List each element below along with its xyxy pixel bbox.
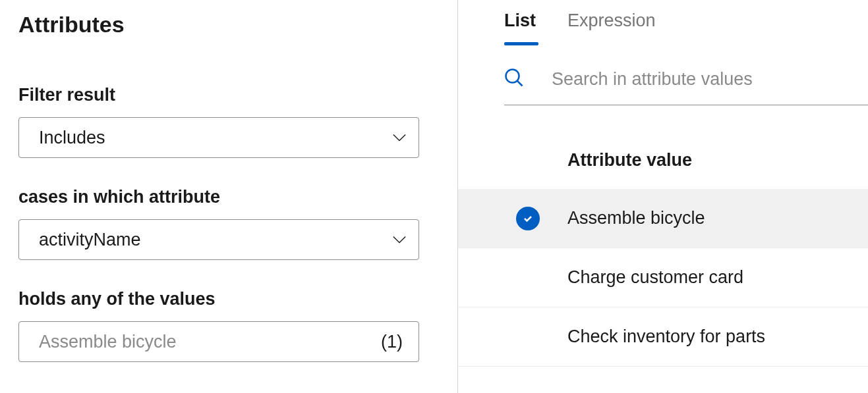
- value-row[interactable]: Check inventory for parts: [458, 307, 868, 367]
- holds-values-label: holds any of the values: [18, 289, 439, 309]
- holds-values-text: Assemble bicycle: [39, 332, 177, 352]
- holds-values-count: (1): [381, 332, 403, 352]
- chevron-down-icon: [392, 232, 407, 247]
- tabs: List Expression: [458, 11, 868, 45]
- chevron-down-icon: [392, 130, 407, 145]
- cases-attribute-label: cases in which attribute: [18, 187, 439, 207]
- filter-result-label: Filter result: [18, 85, 439, 105]
- filter-result-group: Filter result Includes: [18, 85, 439, 158]
- filter-result-dropdown[interactable]: Includes: [18, 117, 419, 158]
- value-text: Charge customer card: [567, 267, 743, 288]
- value-row[interactable]: Charge customer card: [458, 248, 868, 307]
- cases-attribute-group: cases in which attribute activityName: [18, 187, 439, 260]
- check-icon: [516, 207, 540, 230]
- svg-point-0: [506, 70, 519, 83]
- value-text: Check inventory for parts: [567, 327, 765, 347]
- tab-list[interactable]: List: [504, 11, 536, 45]
- tab-expression[interactable]: Expression: [567, 11, 656, 45]
- search-icon: [504, 68, 524, 90]
- value-list: Assemble bicycle Charge customer card Ch…: [458, 189, 868, 367]
- holds-values-input[interactable]: Assemble bicycle (1): [18, 321, 419, 362]
- cases-attribute-dropdown[interactable]: activityName: [18, 219, 419, 260]
- cases-attribute-value: activityName: [39, 230, 141, 250]
- search-input[interactable]: [552, 69, 868, 90]
- search-row: [504, 45, 868, 105]
- svg-line-1: [517, 81, 523, 86]
- filter-result-value: Includes: [39, 128, 105, 148]
- column-header: Attribute value: [458, 105, 868, 189]
- value-row[interactable]: Assemble bicycle: [458, 189, 868, 248]
- holds-values-group: holds any of the values Assemble bicycle…: [18, 289, 439, 362]
- page-title: Attributes: [18, 12, 439, 38]
- value-text: Assemble bicycle: [567, 208, 705, 228]
